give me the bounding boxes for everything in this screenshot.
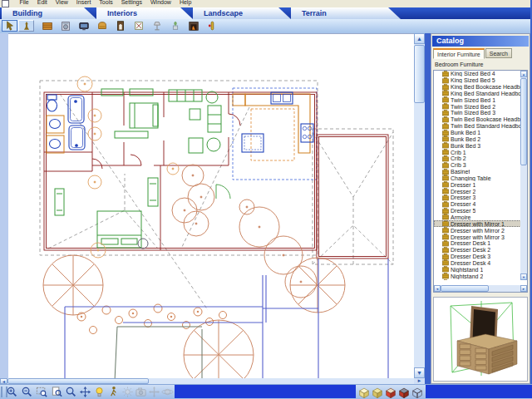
catalog-item[interactable]: King Sized Bed 5 <box>434 77 521 84</box>
view-face-red-icon[interactable] <box>384 386 397 399</box>
catalog-item[interactable]: Dresser 1 <box>434 181 521 188</box>
catalog-item[interactable]: Twin Sized Bed 2 <box>434 103 521 110</box>
wall-mirror-tool-icon[interactable] <box>131 20 146 32</box>
catalog-item[interactable]: King Sized Bed 4 <box>434 71 521 77</box>
tab-landscape[interactable]: Landscape <box>193 7 291 19</box>
catalog-item[interactable]: Twin Sized Bed 1 <box>434 96 521 103</box>
furniture-item-icon <box>442 208 449 214</box>
bathroom-counter-layer <box>47 116 64 153</box>
catalog-item[interactable]: Twin Bed Bookcase Headboard <box>434 116 521 123</box>
pointer-tool-icon[interactable] <box>2 20 17 32</box>
scroll-down-arrow[interactable]: ▼ <box>414 367 425 378</box>
catalog-item[interactable]: Crib 2 <box>434 155 521 162</box>
lamp-tool-icon[interactable] <box>149 20 165 32</box>
catalog-list[interactable]: King Sized Bed 4King Sized Bed 5King Bed… <box>433 70 528 293</box>
catalog-item[interactable]: Dresser Desk 1 <box>434 240 521 247</box>
menu-help[interactable]: Help <box>175 0 195 5</box>
menu-insert[interactable]: Insert <box>72 0 96 5</box>
catalog-item[interactable]: King Bed Bookcase Headboard <box>434 84 521 91</box>
plant-tool-icon[interactable] <box>167 20 183 32</box>
view-solid-light-icon[interactable] <box>357 386 371 399</box>
panel-splitter[interactable] <box>425 33 431 384</box>
electronics-tool-icon[interactable] <box>76 20 91 32</box>
catalog-item[interactable]: Nightstand 3 <box>434 279 521 280</box>
furniture-item-icon <box>442 77 449 84</box>
view-solid-icon[interactable] <box>371 386 384 399</box>
menu-view[interactable]: View <box>52 0 72 5</box>
catalog-tab-interior-furniture[interactable]: Interior Furniture <box>433 48 485 59</box>
scroll-left-arrow[interactable]: ◄ <box>0 378 7 384</box>
menu-edit[interactable]: Edit <box>33 0 52 5</box>
scroll-thumb[interactable] <box>7 378 149 384</box>
scroll-up-arrow[interactable]: ▲ <box>414 33 425 44</box>
catalog-item[interactable]: Dresser 3 <box>434 195 521 201</box>
catalog-panel: Catalog Interior FurnitureSearch Bedroom… <box>431 33 530 384</box>
walk-icon[interactable] <box>106 386 120 398</box>
catalog-item[interactable]: Crib 3 <box>434 162 521 169</box>
catalog-item[interactable]: Nightstand 1 <box>434 266 521 273</box>
catalog-list-vscrollbar[interactable]: ▲ ▼ <box>520 71 527 280</box>
zoom-in-icon[interactable] <box>5 386 18 398</box>
fireplace-tool-icon[interactable] <box>185 20 201 32</box>
catalog-item[interactable]: Bunk Bed 3 <box>434 142 521 149</box>
catalog-item[interactable]: Dresser 5 <box>434 208 521 214</box>
item-preview[interactable] <box>433 297 528 382</box>
catalog-item[interactable]: Dresser Desk 3 <box>434 254 521 260</box>
catalog-category-label[interactable]: Bedroom Furniture <box>435 62 483 67</box>
scroll-left-arrow[interactable]: ◄ <box>434 285 441 292</box>
view-wireframe-icon[interactable] <box>411 386 424 399</box>
zoom-page-icon[interactable] <box>50 386 63 398</box>
catalog-item[interactable]: Crib 1 <box>434 149 521 155</box>
menu-window[interactable]: Window <box>146 0 175 5</box>
catalog-tab-search[interactable]: Search <box>485 48 512 58</box>
tab-building[interactable]: Building <box>2 7 96 19</box>
menu-settings[interactable]: Settings <box>117 0 146 5</box>
hardware-tool-icon[interactable] <box>204 20 219 32</box>
catalog-item[interactable]: Dresser 4 <box>434 201 521 208</box>
catalog-item[interactable]: Dresser with Mirror 2 <box>434 227 521 234</box>
tab-interiors[interactable]: Interiors <box>96 7 193 19</box>
appliance-tool-icon[interactable] <box>57 20 73 32</box>
catalog-item[interactable]: Twin Sized Bed 3 <box>434 110 521 116</box>
catalog-item[interactable]: Changing Table <box>434 175 521 182</box>
canvas-horizontal-scrollbar[interactable]: ◄ ► <box>0 378 425 384</box>
patio-layer <box>65 259 388 378</box>
catalog-item[interactable]: Dresser with Mirror 1 <box>434 220 521 227</box>
scroll-thumb[interactable] <box>414 45 425 103</box>
floor-plan-canvas[interactable] <box>8 33 414 378</box>
scroll-thumb[interactable] <box>441 285 489 292</box>
furniture-item-icon <box>442 155 449 162</box>
catalog-item[interactable]: Nightstand 2 <box>434 273 521 279</box>
catalog-item[interactable]: Basinet <box>434 169 521 175</box>
scroll-thumb[interactable] <box>520 78 527 165</box>
catalog-item[interactable]: Dresser 2 <box>434 188 521 195</box>
door-mirror-tool-icon[interactable] <box>112 20 128 32</box>
zoom-window-icon[interactable] <box>35 386 48 398</box>
pan-icon[interactable] <box>78 386 91 398</box>
catalog-item[interactable]: Dresser Desk 4 <box>434 259 521 266</box>
scroll-down-arrow[interactable]: ▼ <box>520 273 527 280</box>
catalog-item[interactable]: Twin Bed Standard Headboard <box>434 123 521 130</box>
light-icon[interactable] <box>92 386 106 398</box>
furniture-tool-icon[interactable] <box>39 20 55 32</box>
furniture-item-icon <box>442 195 449 201</box>
catalog-item[interactable]: Bunk Bed 1 <box>434 130 521 136</box>
menu-tools[interactable]: Tools <box>95 0 116 5</box>
zoom-out-icon[interactable] <box>20 386 33 398</box>
tab-terrain[interactable]: Terrain <box>291 7 401 19</box>
menu-file[interactable]: File <box>15 0 32 5</box>
seating-tool-icon[interactable] <box>94 20 110 32</box>
scroll-right-arrow[interactable]: ► <box>520 285 527 292</box>
view-face-dark-icon[interactable] <box>397 386 411 399</box>
catalog-item[interactable]: Bunk Bed 2 <box>434 135 521 142</box>
magnifier-icon[interactable] <box>64 386 77 398</box>
scroll-up-arrow[interactable]: ▲ <box>520 71 527 77</box>
catalog-list-hscrollbar[interactable]: ◄ ► <box>434 285 527 292</box>
catalog-item[interactable]: Armoire <box>434 214 521 221</box>
catalog-item[interactable]: Dresser with Mirror 3 <box>434 234 521 240</box>
statue-tool-icon[interactable] <box>18 20 34 32</box>
catalog-item[interactable]: Dresser Desk 2 <box>434 247 521 254</box>
canvas-vertical-scrollbar[interactable]: ▲ ▼ <box>414 33 425 378</box>
catalog-item[interactable]: King Bed Standard Headboard <box>434 91 521 97</box>
preview-dresser <box>457 334 517 374</box>
